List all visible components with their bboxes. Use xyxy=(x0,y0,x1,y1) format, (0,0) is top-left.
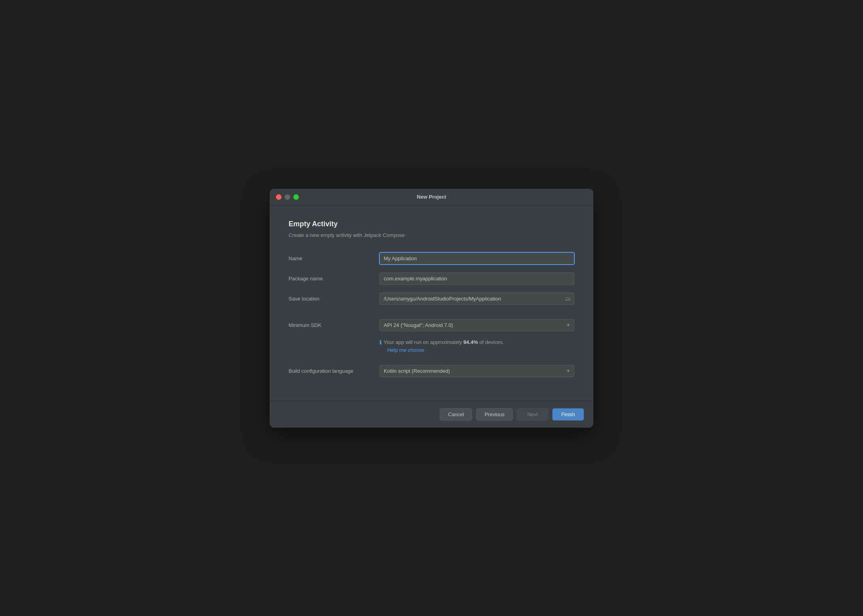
minimum-sdk-select-wrapper: API 24 ("Nougat"; Android 7.0) API 21 ("… xyxy=(379,319,574,331)
build-config-select[interactable]: Kotlin script (Recommended) Groovy DSL xyxy=(379,365,574,377)
sdk-info-row: ℹ Your app will run on approximately 94.… xyxy=(289,339,574,353)
build-config-label: Build configuration language xyxy=(289,368,379,374)
title-bar: New Project xyxy=(270,189,593,206)
folder-icon: 🗂 xyxy=(565,295,570,302)
sdk-coverage-suffix: of devices. xyxy=(478,339,504,345)
finish-button[interactable]: Finish xyxy=(552,408,584,421)
save-location-label: Save location xyxy=(289,296,379,302)
help-me-choose-link[interactable]: Help me choose xyxy=(379,347,574,353)
new-project-window: New Project Empty Activity Create a new … xyxy=(270,189,593,428)
section-subtitle: Create a new empty activity with Jetpack… xyxy=(289,232,574,238)
info-icon: ℹ xyxy=(379,339,381,346)
form-content: Empty Activity Create a new empty activi… xyxy=(270,206,593,385)
package-name-label: Package name xyxy=(289,276,379,282)
previous-button[interactable]: Previous xyxy=(476,408,513,421)
save-location-row: Save location 🗂 xyxy=(289,293,574,305)
minimum-sdk-label: Minimum SDK xyxy=(289,322,379,328)
close-button[interactable] xyxy=(276,194,281,200)
sdk-info-text: ℹ Your app will run on approximately 94.… xyxy=(379,339,574,346)
minimum-sdk-row: Minimum SDK API 24 ("Nougat"; Android 7.… xyxy=(289,319,574,331)
minimize-button[interactable] xyxy=(285,194,290,200)
browse-folder-button[interactable]: 🗂 xyxy=(563,295,572,302)
package-name-row: Package name xyxy=(289,272,574,285)
next-button[interactable]: Next xyxy=(517,408,548,421)
save-location-input-wrapper: 🗂 xyxy=(379,293,574,305)
save-location-input[interactable] xyxy=(379,293,574,305)
section-title: Empty Activity xyxy=(289,220,574,228)
sdk-coverage-text: Your app will run on approximately 94.4%… xyxy=(384,339,504,345)
name-input[interactable] xyxy=(379,252,574,265)
maximize-button[interactable] xyxy=(293,194,299,200)
package-name-input[interactable] xyxy=(379,272,574,285)
window-title: New Project xyxy=(417,194,446,200)
cancel-button[interactable]: Cancel xyxy=(440,408,472,421)
build-config-row: Build configuration language Kotlin scri… xyxy=(289,365,574,377)
minimum-sdk-select[interactable]: API 24 ("Nougat"; Android 7.0) API 21 ("… xyxy=(379,319,574,331)
traffic-lights xyxy=(276,194,299,200)
build-config-select-wrapper: Kotlin script (Recommended) Groovy DSL ▼ xyxy=(379,365,574,377)
footer: Cancel Previous Next Finish xyxy=(270,401,593,428)
sdk-coverage-prefix: Your app will run on approximately xyxy=(384,339,463,345)
sdk-coverage-percent: 94.4% xyxy=(463,339,478,345)
name-label: Name xyxy=(289,255,379,261)
name-row: Name xyxy=(289,252,574,265)
